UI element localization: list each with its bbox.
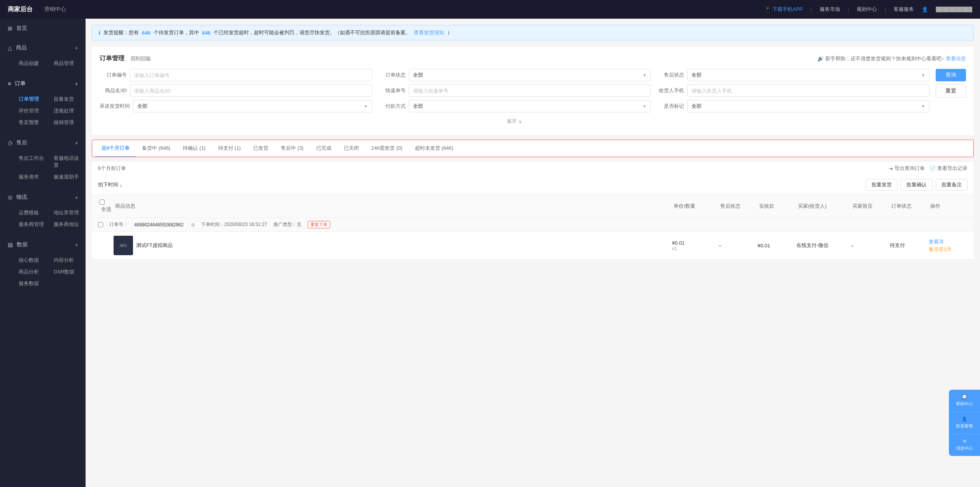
tab-pending-confirm[interactable]: 待确认 (1) <box>177 140 212 157</box>
order-checkbox[interactable] <box>98 222 103 227</box>
back-link[interactable]: 回到旧版 <box>131 56 151 61</box>
sidebar-item-data-dsr[interactable]: DSR数据 <box>51 266 86 278</box>
sidebar-item-order-warning[interactable]: 售卖预警 <box>16 117 51 128</box>
float-service-btn[interactable]: 👤 联系客商 <box>949 412 980 434</box>
sort-by-time-btn[interactable]: 拍下时间 ↓ <box>98 181 122 188</box>
tab-in-stock[interactable]: 备货中 (646) <box>136 140 177 157</box>
sort-arrow-icon: ↓ <box>120 182 122 188</box>
order-time: 下单时间：2020/08/23 16:51:27 <box>201 221 267 228</box>
help-center-icon: 💬 <box>962 394 967 399</box>
filter-label-receiver: 收货人手机 <box>657 87 684 94</box>
table-header: 全选 商品信息 单价/数量 售后状态 实收款 买家(收货人) 买家留言 订单状态… <box>92 195 974 218</box>
table-toolbar: 拍下时间 ↓ 批量发货 批量确认 批量备注 <box>92 175 974 195</box>
float-message-btn[interactable]: ✉ 消息中心 <box>949 434 980 456</box>
nav-rules-center[interactable]: 规则中心 <box>857 6 877 13</box>
message-center-label: 消息中心 <box>956 445 973 451</box>
reset-button[interactable]: 重置 <box>936 84 966 98</box>
sidebar-item-logistics-addr[interactable]: 地址库管理 <box>51 207 86 219</box>
sub-tab-6m-ago[interactable]: 6个月前订单 <box>98 165 126 172</box>
panel-title-row: 订单管理 回到旧版 🔊 新手帮助：还不清楚发货规则？快来规则中心看看吧~ 查看信… <box>100 54 966 63</box>
sidebar-item-order-bulk[interactable]: 批量发货 <box>51 93 86 105</box>
sidebar-item-logistics-saddr[interactable]: 服务商地址 <box>51 219 86 230</box>
sidebar-item-order[interactable]: ≡ 订单 ∧ <box>0 75 86 92</box>
select-all-checkbox[interactable] <box>100 200 105 205</box>
sidebar-item-logistics-service[interactable]: 服务商管理 <box>16 219 51 230</box>
tab-shipped[interactable]: 已发货 <box>247 140 275 157</box>
sidebar-item-data-core[interactable]: 核心数据 <box>16 254 51 266</box>
sidebar-item-logistics-fee[interactable]: 运费模板 <box>16 207 51 219</box>
float-help-btn[interactable]: 💬 帮助中心 <box>949 390 980 412</box>
col-order-status: 订单状态 <box>890 201 929 211</box>
tab-pending-pay[interactable]: 待支付 (1) <box>212 140 247 157</box>
sidebar-item-aftersale-work[interactable]: 售后工作台 <box>16 152 51 171</box>
copy-icon[interactable]: ⧉ <box>191 222 195 228</box>
receiver-phone-input[interactable] <box>687 84 929 97</box>
sidebar-item-order-verify[interactable]: 核销管理 <box>51 117 86 128</box>
order-items-row: IMG 测试FT虚拟商品 ¥0.01 x1 – ¥0.01 在线支付-微信 – … <box>92 232 974 259</box>
sidebar-item-order-violation[interactable]: 违规处理 <box>51 105 86 117</box>
alert-text2: 个待发货订单，其中 <box>154 29 199 36</box>
sidebar-item-goods[interactable]: △ 商品 ∧ <box>0 40 86 56</box>
view-detail-link[interactable]: 查看详 <box>929 238 968 246</box>
export-icon: ⇥ <box>889 166 893 172</box>
tab-recent6m[interactable]: 近6个月订单 <box>95 140 136 157</box>
bulk-ship-btn[interactable]: 批量发货 <box>866 179 898 191</box>
search-button[interactable]: 查询 <box>936 69 966 81</box>
actual-price-cell: ¥0.01 <box>758 243 796 249</box>
filter-label-tracking: 快递单号 <box>378 87 406 94</box>
content-area: ℹ 发货提醒：您有 646 个待发货订单，其中 646 个已经发货超时，超时可能… <box>86 19 980 487</box>
filter-aftersale-status: 售后状态 全部 ▼ <box>657 69 929 81</box>
sidebar-item-goods-manage[interactable]: 商品管理 <box>51 58 86 69</box>
sidebar-item-data-goods[interactable]: 商品分析 <box>16 266 51 278</box>
expand-filters-btn[interactable]: 展开 ∨ <box>100 116 929 127</box>
tab-closed[interactable]: 已关闭 <box>338 140 365 157</box>
info-icon: ℹ <box>98 30 100 36</box>
goods-name-input[interactable] <box>130 84 372 97</box>
is-marked-select[interactable]: 全部 ▼ <box>687 100 929 112</box>
tracking-num-input[interactable] <box>409 84 651 97</box>
nav-customer-service[interactable]: 客服服务 <box>894 6 914 13</box>
top-nav-right: 📱 下载手机APP | 服务市场 | 规则中心 | 客服服务 👤 ███████… <box>765 6 972 13</box>
order-num-input[interactable] <box>130 69 372 81</box>
filter-promise-time: 承诺发货时间 全部 ▼ <box>100 100 372 112</box>
sidebar-item-order-review[interactable]: 评价管理 <box>16 105 51 117</box>
nav-menu-marketing[interactable]: 营销中心 <box>44 6 66 13</box>
note-action-link[interactable]: 备注在1天 <box>929 246 952 252</box>
export-log-link[interactable]: 📄 查看导出记录 <box>929 165 968 172</box>
pay-method-value: 全部 <box>413 103 423 110</box>
sidebar-item-data[interactable]: ▤ 数据 ∧ <box>0 236 86 253</box>
bulk-note-btn[interactable]: 批量备注 <box>936 179 968 191</box>
sidebar-item-aftersale-phone[interactable]: 客服电话设置 <box>51 152 86 171</box>
filter-label-order-status: 订单状态 <box>378 72 406 79</box>
sidebar-item-aftersale[interactable]: ◷ 售后 ∧ <box>0 135 86 151</box>
sidebar-item-order-manage[interactable]: 订单管理 <box>16 93 51 105</box>
sidebar-item-aftersale-quick[interactable]: 极速退助手 <box>51 171 86 183</box>
alert-banner: ℹ 发货提醒：您有 646 个待发货订单，其中 646 个已经发货超时，超时可能… <box>92 25 974 40</box>
promise-time-select[interactable]: 全部 ▼ <box>133 100 372 112</box>
bulk-confirm-btn[interactable]: 批量确认 <box>901 179 933 191</box>
filter-label-pay-method: 付款方式 <box>378 103 406 110</box>
tab-aftersale[interactable]: 售后中 (3) <box>275 140 310 157</box>
tab-overtime[interactable]: 超时未发货 (646) <box>409 140 460 157</box>
alert-link[interactable]: 查看发货须知 <box>414 29 444 36</box>
sidebar-item-data-service[interactable]: 服务数据 <box>16 278 51 289</box>
sidebar-item-goods-create[interactable]: 商品创建 <box>16 58 51 69</box>
filter-goods-name: 商品名/ID <box>100 84 372 97</box>
tab-completed[interactable]: 已完成 <box>310 140 338 157</box>
sidebar-item-data-content[interactable]: 内容分析 <box>51 254 86 266</box>
tab-24h-ship[interactable]: 24h需发货 (0) <box>365 140 409 157</box>
sidebar-item-home[interactable]: ⊞ 首页 <box>0 20 86 37</box>
order-status-select[interactable]: 全部 ▼ <box>409 69 651 81</box>
sub-tab-actions: ⇥ 导出查询订单 📄 查看导出记录 <box>889 165 968 172</box>
help-link[interactable]: 查看信息 <box>946 56 966 61</box>
float-panel: 💬 帮助中心 👤 联系客商 ✉ 消息中心 <box>949 390 980 456</box>
sidebar-item-logistics[interactable]: ◎ 物流 ∧ <box>0 189 86 205</box>
logistics-icon: ◎ <box>8 194 12 200</box>
nav-service-market[interactable]: 服务市场 <box>820 6 840 13</box>
order-status-value: 全部 <box>413 72 423 79</box>
aftersale-status-select[interactable]: 全部 ▼ <box>687 69 929 81</box>
export-orders-link[interactable]: ⇥ 导出查询订单 <box>889 165 925 172</box>
pay-method-select[interactable]: 全部 ▼ <box>409 100 651 112</box>
download-app-link[interactable]: 📱 下载手机APP <box>765 6 803 13</box>
sidebar-item-aftersale-service[interactable]: 服务请求 <box>16 171 51 183</box>
